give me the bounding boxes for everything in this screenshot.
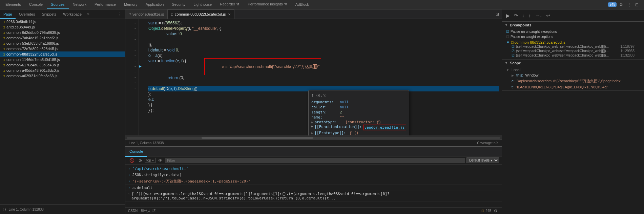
file-item[interactable]: □ common-72e7d802.c328d4ff.js [0,46,125,51]
code-line: }), [148,42,499,47]
expand-arrow-icon: ▶ [311,131,313,135]
tab-network[interactable]: Network [69,0,90,9]
file-item[interactable]: □ common-1146dd7e.a5d0d185.js [0,57,125,62]
scope-expand-arrow: ▶ [512,74,514,77]
breakpoints-header[interactable]: ▼ Breakpoints [502,22,644,28]
tab-more[interactable]: » [85,9,91,19]
js-file-icon: □ [3,52,5,56]
console-eye-icon[interactable]: 👁 [157,157,164,164]
tab-overrides[interactable]: Overrides [16,9,39,19]
breakpoints-content: ☑ Pause on uncaught exceptions ☐ Pause o… [502,28,644,59]
tab-page[interactable]: Page [0,9,16,19]
resume-button[interactable]: ▶ [505,12,511,19]
breakpoints-section: ▼ Breakpoints ☑ Pause on uncaught except… [502,22,644,60]
file-item[interactable]: □ common-6d2ddbd0.795a8635.js [0,30,125,35]
console-clear-icon[interactable]: 🚫 [128,157,136,164]
step-button[interactable]: →↓ [534,12,543,19]
file-item[interactable]: □ 9266.0e8bdb14.js [0,19,125,24]
console-line: › '/api/search/searchmulti' [125,166,502,172]
step-into-button[interactable]: ↓ [521,12,526,19]
tab-lighthouse[interactable]: Lighthouse [189,0,216,9]
bp-sub-item[interactable]: ☑ (self.webpackChunkpc_web=self.webpackC… [506,49,640,53]
section-expand-arrow: ▼ [505,23,508,27]
code-line: o = a(o); [148,53,499,58]
code-line: .return (0, [148,75,499,86]
pause-uncaught-label: Pause on uncaught exceptions [511,30,640,34]
js-icon: □ [171,13,173,16]
new-snippet-icon[interactable]: ⋮ [116,11,124,18]
devtools-tab-bar: Elements Console Sources Network Perform… [0,0,644,9]
tooltip-row: caller: null [311,105,406,110]
tab-adblock[interactable]: AdBlock [291,0,313,9]
tab-console[interactable]: Console [25,0,47,9]
file-item-active[interactable]: □ common-88d3322f.5cafec5d.js [0,51,125,57]
tab-snippets[interactable]: Snippets [38,9,60,19]
tooltip-expandable-prototype[interactable]: ▶ prototype: {constructor: ƒ} [311,120,406,124]
bp-sub-text: (self.webpackChunkpc_web=self.webpackChu… [516,49,609,53]
scrollbar-track[interactable] [127,137,500,139]
console-filter-input[interactable] [165,158,465,163]
vendor-file-link[interactable]: vendor.e3ea3f1e.js [363,125,406,130]
scope-header[interactable]: ▼ Scope [502,60,644,66]
file-item[interactable]: □ common-a629f31d.9fcc3a63.js [0,73,125,79]
tooltip-expandable-scopes[interactable]: ▶ [[Scopes]]: Scopes[5] [311,135,406,135]
file-item[interactable]: □ common-a40dda48.901c6dc0.js [0,68,125,73]
console-block-icon[interactable]: ⊘ [137,157,143,164]
close-tab-icon[interactable]: ✕ [228,13,231,16]
file-item[interactable]: □ common-6176c4a6.38b5c43b.js [0,62,125,68]
pause-caught-item: ☐ Pause on caught exceptions [505,34,641,39]
step-out-button[interactable]: ↑ [527,12,532,19]
expand-arrow-icon: ▶ [311,125,313,130]
scope-this-item[interactable]: ▶ this: Window [510,72,641,78]
issue-warning-icon: ⊡ [481,209,484,213]
undock-icon[interactable]: ⊡ [634,2,640,8]
editor-tab-vendor[interactable]: □ vendor.e3ea3f1e.js [125,9,168,19]
tooltip-expandable-proto[interactable]: ▶ [[Prototype]]: ƒ () [311,131,406,135]
bp-checkbox-icon: ☑ [512,49,515,53]
console-settings-icon[interactable]: ⚙ [493,208,499,214]
js-file-icon: □ [3,69,5,72]
bp-sub-item[interactable]: ☑ (self.webpackChunkpc_web=self.webpackC… [506,53,640,58]
left-bottom-bar: { } Line 1, Column 132838 [0,205,125,214]
checkbox-checked-icon[interactable]: ☑ [506,30,509,34]
deactivate-breakpoints-button[interactable]: ↩ [545,12,552,19]
tab-elements[interactable]: Elements [1,0,25,9]
scope-e-item: e: "/api/search/searchmulti{\"searchkey\… [510,78,641,84]
step-over-button[interactable]: ↷ [513,12,519,19]
file-item[interactable]: □ antd.ce3b0449.js [0,24,125,30]
bp-file-name[interactable]: ▼ □ common-88d3322f.5cafec5d.js [506,40,640,44]
issues-badge-bar: ⊡ 245 ⚙ [481,208,499,214]
file-item[interactable]: □ common-7ab4dc15.2b1cbaf2.js [0,35,125,41]
left-tab-bar: Page Overrides Snippets Workspace » ⋮ [0,9,125,19]
coverage-badge: Coverage: n/a [477,141,498,145]
tab-sources[interactable]: Sources [47,0,68,9]
right-panel: ▶ ↷ ↓ ↑ →↓ ↩ ▼ Breakpoints ☑ Pause on un… [502,9,644,214]
tab-performance-insights[interactable]: Performance insights ⚗ [244,0,291,9]
scope-expand-arrow: ▼ [506,68,509,72]
checkbox-unchecked-icon[interactable]: ☐ [506,35,509,39]
more-icon[interactable]: ⋮ [626,2,632,8]
file-item[interactable]: □ common-53ebf633.d4a16806.js [0,41,125,46]
tab-recorder[interactable]: Recorder ⚗ [216,0,244,9]
bp-line-num: 1:132838 [620,53,635,57]
tab-workspace[interactable]: Workspace [60,9,85,19]
tab-security[interactable]: Security [168,0,189,9]
scrollbar-thumb[interactable] [202,137,314,139]
scope-local-item[interactable]: ▼ Local [505,67,641,72]
editor-tab-common[interactable]: □ common-88d3322f.5cafec5d.js ✕ [168,9,234,19]
expand-icon[interactable]: ‹ [128,192,130,195]
horizontal-scrollbar[interactable] [125,135,502,140]
settings-icon[interactable]: ⚙ [618,2,624,8]
bp-sub-item[interactable]: ☑ (self.webpackChunkpc_web=self.webpackC… [506,44,640,49]
tab-memory[interactable]: Memory [120,0,142,9]
bp-sub-text: (self.webpackChunkpc_web=self.webpackChu… [516,45,609,48]
console-tab-bar: Console [125,147,502,156]
console-level-select[interactable]: Default levels ▾ [466,157,499,163]
console-toolbar: 🚫 ⊘ top ▾ 👁 Default levels ▾ [125,156,502,165]
console-context-top[interactable]: top ▾ [145,158,155,163]
code-line: i.default = void 0, [148,47,499,53]
console-tab[interactable]: Console [125,147,147,157]
tab-application[interactable]: Application [142,0,168,9]
editor-settings-icon[interactable]: ⊡ [494,11,500,17]
tab-performance[interactable]: Performance [90,0,120,9]
